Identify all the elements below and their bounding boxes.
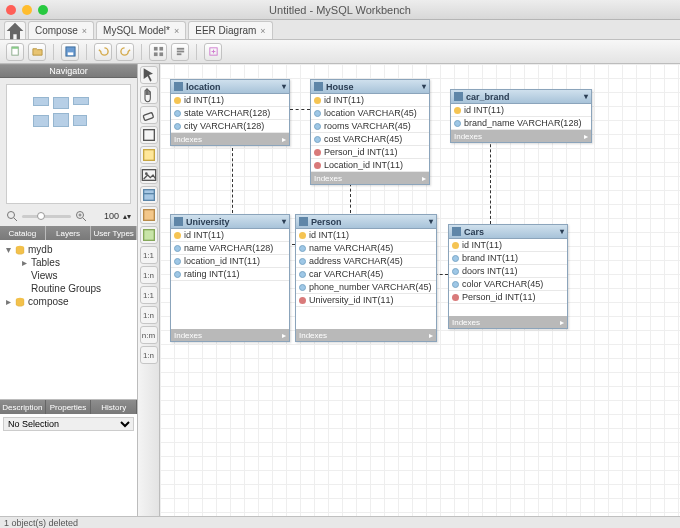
close-icon[interactable]: × [82, 26, 87, 36]
column-label: car VARCHAR(45) [309, 269, 383, 279]
column-label: name VARCHAR(128) [184, 243, 273, 253]
close-icon[interactable]: × [174, 26, 179, 36]
note-tool[interactable] [140, 146, 158, 164]
routine-group-tool[interactable] [140, 226, 158, 244]
entity-university[interactable]: University▾ id INT(11) name VARCHAR(128)… [170, 214, 290, 342]
hand-tool[interactable] [140, 86, 158, 104]
catalog-tree[interactable]: ▾mydb ▸Tables Views Routine Groups ▸comp… [0, 240, 137, 400]
column-label: color VARCHAR(45) [462, 279, 543, 289]
tree-compose-root[interactable]: ▸compose [4, 295, 133, 308]
sidebar: Navigator 100 ▴▾ Catalog Layers User Typ… [0, 64, 138, 516]
entity-location[interactable]: location▾ id INT(11) state VARCHAR(128) … [170, 79, 290, 146]
close-icon[interactable]: × [260, 26, 265, 36]
svg-rect-28 [143, 230, 154, 241]
pointer-tool[interactable] [140, 66, 158, 84]
user-types-tab[interactable]: User Types [91, 226, 137, 240]
collapse-icon[interactable]: ▾ [560, 227, 564, 236]
rel-1-n-pick[interactable]: 1:n [140, 346, 158, 364]
tree-routines[interactable]: Routine Groups [4, 282, 133, 295]
column-row[interactable]: id INT(11) [171, 229, 289, 242]
rel-n-m[interactable]: n:m [140, 326, 158, 344]
svg-rect-21 [143, 130, 154, 141]
grid-toggle-button[interactable] [149, 43, 167, 61]
history-tab[interactable]: History [91, 400, 137, 414]
collapse-icon[interactable]: ▾ [282, 82, 286, 91]
collapse-icon[interactable]: ▾ [429, 217, 433, 226]
collapse-icon[interactable]: ▾ [422, 82, 426, 91]
column-row[interactable]: cost VARCHAR(45) [311, 133, 429, 146]
tree-tables[interactable]: ▸Tables [4, 256, 133, 269]
navigator-header: Navigator [0, 64, 137, 78]
entity-title: House [326, 82, 354, 92]
tree-views[interactable]: Views [4, 269, 133, 282]
description-tab[interactable]: Description [0, 400, 46, 414]
column-row[interactable]: name VARCHAR(128) [171, 242, 289, 255]
collapse-icon[interactable]: ▾ [282, 217, 286, 226]
column-row[interactable]: location_id INT(11) [171, 255, 289, 268]
zoom-stepper[interactable]: ▴▾ [123, 212, 131, 221]
column-row[interactable]: id INT(11) [171, 94, 289, 107]
column-row[interactable]: color VARCHAR(45) [449, 278, 567, 291]
column-row[interactable]: address VARCHAR(45) [296, 255, 436, 268]
tab-eer-diagram[interactable]: EER Diagram× [188, 21, 272, 39]
eer-canvas[interactable]: location▾ id INT(11) state VARCHAR(128) … [160, 64, 680, 516]
rel-1-1-id[interactable]: 1:1 [140, 286, 158, 304]
column-row[interactable]: car VARCHAR(45) [296, 268, 436, 281]
column-row[interactable]: location VARCHAR(45) [311, 107, 429, 120]
tab-mysql-model[interactable]: MySQL Model*× [96, 21, 186, 39]
column-row[interactable]: brand_name VARCHAR(128) [451, 117, 591, 130]
export-button[interactable] [204, 43, 222, 61]
column-row[interactable]: Person_id INT(11) [311, 146, 429, 159]
column-row[interactable]: doors INT(11) [449, 265, 567, 278]
rel-1-n-nonid[interactable]: 1:n [140, 266, 158, 284]
view-tool[interactable] [140, 206, 158, 224]
selection-dropdown[interactable]: No Selection [3, 417, 134, 431]
home-tab[interactable] [4, 21, 26, 39]
entity-person[interactable]: Person▾ id INT(11) name VARCHAR(45) addr… [295, 214, 437, 342]
layer-tool[interactable] [140, 126, 158, 144]
column-row[interactable]: Location_id INT(11) [311, 159, 429, 172]
rel-1-n-id[interactable]: 1:n [140, 306, 158, 324]
column-label: doors INT(11) [462, 266, 518, 276]
table-tool[interactable] [140, 186, 158, 204]
column-row[interactable]: rooms VARCHAR(45) [311, 120, 429, 133]
tree-db-root[interactable]: ▾mydb [4, 243, 133, 256]
save-button[interactable] [61, 43, 79, 61]
minimap[interactable] [6, 84, 131, 204]
column-label: address VARCHAR(45) [309, 256, 403, 266]
tab-compose[interactable]: Compose× [28, 21, 94, 39]
column-row[interactable]: phone_number VARCHAR(45) [296, 281, 436, 294]
column-row[interactable]: city VARCHAR(128) [171, 120, 289, 133]
entity-cars[interactable]: Cars▾ id INT(11) brand INT(11) doors INT… [448, 224, 568, 329]
column-row[interactable]: id INT(11) [296, 229, 436, 242]
column-row[interactable]: University_id INT(11) [296, 294, 436, 307]
column-row[interactable]: id INT(11) [451, 104, 591, 117]
column-row[interactable]: brand INT(11) [449, 252, 567, 265]
column-label: id INT(11) [462, 240, 502, 250]
properties-tab[interactable]: Properties [46, 400, 92, 414]
indexes-label: Indexes [299, 331, 327, 340]
column-label: id INT(11) [464, 105, 504, 115]
svg-rect-3 [67, 52, 73, 55]
column-row[interactable]: name VARCHAR(45) [296, 242, 436, 255]
zoom-slider[interactable] [22, 215, 71, 218]
rel-1-1-nonid[interactable]: 1:1 [140, 246, 158, 264]
column-row[interactable]: id INT(11) [311, 94, 429, 107]
column-row[interactable]: Person_id INT(11) [449, 291, 567, 304]
catalog-tab[interactable]: Catalog [0, 226, 46, 240]
column-row[interactable]: rating INT(11) [171, 268, 289, 281]
collapse-icon[interactable]: ▾ [584, 92, 588, 101]
eraser-tool[interactable] [140, 106, 158, 124]
new-file-button[interactable] [6, 43, 24, 61]
align-button[interactable] [171, 43, 189, 61]
open-file-button[interactable] [28, 43, 46, 61]
column-row[interactable]: id INT(11) [449, 239, 567, 252]
image-tool[interactable] [140, 166, 158, 184]
undo-button[interactable] [94, 43, 112, 61]
tab-label: Compose [35, 25, 78, 36]
layers-tab[interactable]: Layers [46, 226, 92, 240]
column-row[interactable]: state VARCHAR(128) [171, 107, 289, 120]
entity-house[interactable]: House▾ id INT(11) location VARCHAR(45) r… [310, 79, 430, 185]
entity-car-brand[interactable]: car_brand▾ id INT(11) brand_name VARCHAR… [450, 89, 592, 143]
redo-button[interactable] [116, 43, 134, 61]
